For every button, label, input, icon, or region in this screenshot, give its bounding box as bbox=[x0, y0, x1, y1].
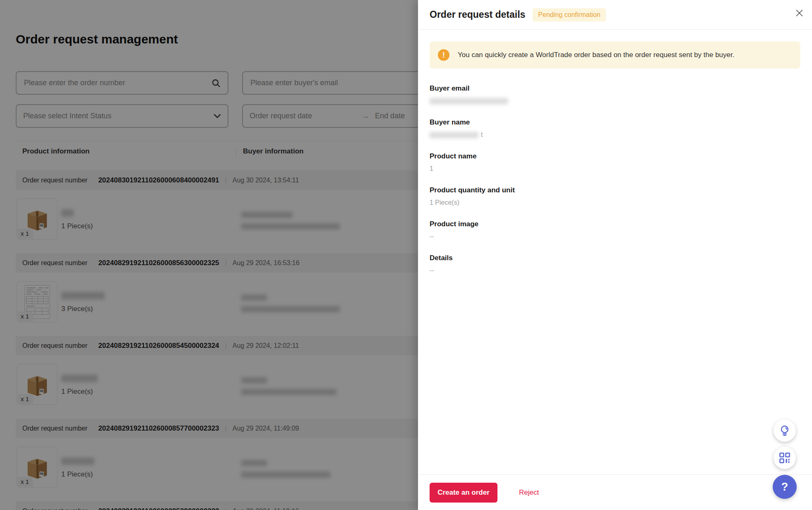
detail-fields: Buyer email Buyer name t Product name 1 … bbox=[418, 69, 812, 274]
info-alert: ! You can quickly create a WorldTrade or… bbox=[430, 41, 800, 69]
field-product-quantity: Product quantity and unit 1 Piece(s) bbox=[430, 186, 800, 206]
order-request-details-drawer: Order request details Pending confirmati… bbox=[418, 0, 812, 510]
qr-code-icon bbox=[779, 452, 790, 464]
field-label: Product name bbox=[430, 152, 800, 160]
help-button[interactable]: ? bbox=[773, 475, 797, 499]
reject-button[interactable]: Reject bbox=[517, 488, 541, 497]
tips-button[interactable] bbox=[774, 419, 796, 442]
field-label: Product quantity and unit bbox=[430, 186, 800, 194]
buyer-name-value: t bbox=[481, 131, 483, 138]
field-label: Buyer name bbox=[430, 118, 800, 127]
close-icon bbox=[795, 9, 803, 17]
status-badge: Pending confirmation bbox=[533, 8, 605, 22]
field-buyer-name: Buyer name t bbox=[430, 118, 800, 139]
drawer-title: Order request details bbox=[430, 9, 525, 20]
close-button[interactable] bbox=[793, 7, 805, 19]
field-label: Product image bbox=[430, 220, 800, 228]
product-name-value: 1 bbox=[430, 165, 800, 172]
question-mark-icon: ? bbox=[781, 481, 788, 493]
buyer-name-redacted bbox=[430, 132, 478, 138]
product-image-value: -- bbox=[430, 233, 800, 240]
product-quantity-value: 1 Piece(s) bbox=[430, 199, 800, 206]
field-details: Details -- bbox=[430, 254, 800, 274]
field-product-image: Product image -- bbox=[430, 220, 800, 240]
alert-text: You can quickly create a WorldTrade orde… bbox=[458, 51, 734, 59]
drawer-header: Order request details Pending confirmati… bbox=[418, 0, 812, 30]
create-order-button[interactable]: Create an order bbox=[430, 483, 497, 503]
field-label: Buyer email bbox=[430, 84, 800, 93]
alert-exclamation-icon: ! bbox=[438, 49, 449, 61]
lightbulb-icon bbox=[778, 424, 791, 437]
field-product-name: Product name 1 bbox=[430, 152, 800, 172]
buyer-email-redacted bbox=[430, 98, 508, 104]
details-value: -- bbox=[430, 267, 800, 274]
field-label: Details bbox=[430, 254, 800, 262]
field-buyer-email: Buyer email bbox=[430, 84, 800, 105]
field-value: t bbox=[430, 131, 800, 139]
qr-code-button[interactable] bbox=[774, 447, 796, 469]
field-value bbox=[430, 97, 800, 105]
drawer-footer: Create an order Reject bbox=[418, 474, 812, 510]
